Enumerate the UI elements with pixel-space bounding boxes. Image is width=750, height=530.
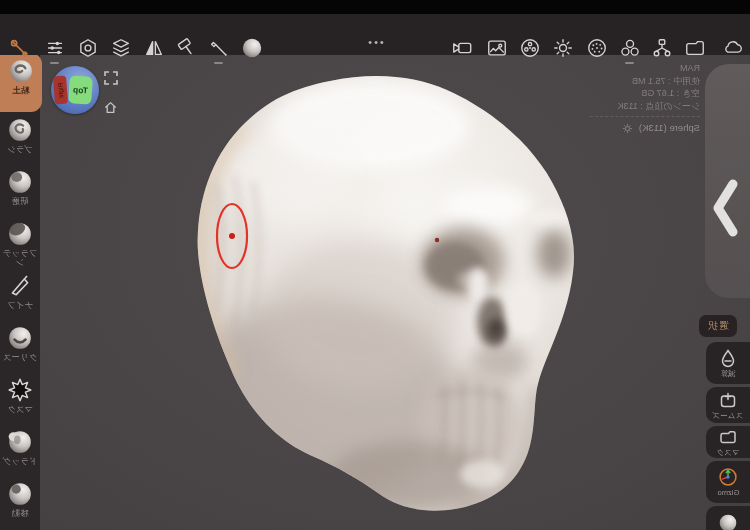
lighting-sun-button[interactable] <box>550 35 576 61</box>
brush-item-crease-sphere[interactable]: クリース <box>0 320 40 372</box>
fullscreen-icon[interactable] <box>103 70 119 86</box>
active-indicator <box>215 62 224 64</box>
brush-label: 粘土 <box>2 86 40 95</box>
dock-label: Gizmo <box>717 488 739 497</box>
brush-item-drag-sphere[interactable]: ドラッグ <box>0 424 40 476</box>
cloud-sync-button[interactable] <box>720 35 746 61</box>
active-indicator <box>51 62 60 64</box>
scene-nodes-button[interactable] <box>649 35 675 61</box>
tools-wrench-button[interactable] <box>6 35 32 61</box>
dock-button-sub-drop[interactable]: 減算 <box>706 342 750 384</box>
brush-label: ドラッグ <box>1 457 39 466</box>
stats-line-free: 空き : 1.67 GB <box>565 87 700 100</box>
layers-button[interactable] <box>108 35 134 61</box>
dock-label: マスク <box>716 448 739 457</box>
brush-label: 移動 <box>1 509 39 518</box>
brush-label: マスク <box>1 405 39 414</box>
brush-item-move-sphere[interactable]: 移動 <box>0 476 40 528</box>
gear-icon[interactable] <box>622 123 633 134</box>
dock-label: スムーズ <box>713 411 744 420</box>
paint-roller-button[interactable] <box>174 35 200 61</box>
dock-button-gizmo-axes[interactable]: Gizmo <box>706 461 750 503</box>
active-indicator <box>626 62 635 64</box>
stats-divider <box>590 116 700 117</box>
folder-files-button[interactable] <box>682 35 708 61</box>
brush-label: クリース <box>1 353 39 362</box>
view-gizmo-ball[interactable]: Top Right <box>51 66 99 114</box>
selection-tab[interactable]: 選択 <box>699 315 737 337</box>
tool-options-drawer-handle[interactable] <box>705 64 750 298</box>
status-bar <box>0 0 750 14</box>
dock-label: 減算 <box>720 369 735 378</box>
stroke-pen-button[interactable] <box>206 35 232 61</box>
scene-object-name: Sphere (113K) <box>639 122 700 135</box>
brush-label: ブラシ <box>1 145 39 154</box>
home-icon[interactable] <box>103 99 119 115</box>
mirrored-stage: ••• RAM 使用中 : 75.1 MB 空き : 1.67 GB シーンの頂… <box>0 0 750 530</box>
brush-item-mask-splat[interactable]: マスク <box>0 372 40 424</box>
brush-item-knife-blade[interactable]: ナイフ <box>0 268 40 320</box>
brush-label: フラッテン <box>1 249 39 267</box>
environment-sphere-button[interactable] <box>584 35 610 61</box>
top-toolbar: ••• <box>0 14 750 55</box>
stats-panel: RAM 使用中 : 75.1 MB 空き : 1.67 GB シーンの頂点 : … <box>565 62 700 135</box>
stats-line-vertices: シーンの頂点 : 113K <box>565 100 700 113</box>
background-image-button[interactable] <box>484 35 510 61</box>
scene-object-row[interactable]: Sphere (113K) <box>565 122 700 135</box>
spheres-group-button[interactable] <box>617 35 643 61</box>
symmetry-mirror-button[interactable] <box>141 35 167 61</box>
view-right-face[interactable]: Right <box>53 76 68 105</box>
dock-button-mask-folder[interactable]: マスク <box>706 426 750 458</box>
camera-video-button[interactable] <box>449 35 475 61</box>
overflow-menu-button[interactable]: ••• <box>360 36 390 48</box>
settings-sliders-button[interactable] <box>42 35 68 61</box>
brush-label: ナイフ <box>1 301 39 310</box>
brush-item-clay-sphere[interactable]: 粘土 <box>0 53 42 112</box>
postprocess-reel-button[interactable] <box>517 35 543 61</box>
brush-item-flatten-sphere[interactable]: フラッテン <box>0 216 40 268</box>
dock-button-smooth-square[interactable]: スムーズ <box>706 387 750 423</box>
view-top-face[interactable]: Top <box>68 75 93 105</box>
chevron-right-icon <box>709 178 743 238</box>
brush-label: 研磨 <box>1 197 39 206</box>
dock-button-material-sphere[interactable] <box>706 506 750 530</box>
brush-item-polish-sphere[interactable]: 研磨 <box>0 164 40 216</box>
quick-dock: 減算スムーズマスクGizmo <box>706 342 750 530</box>
stats-line-used: 使用中 : 75.1 MB <box>565 75 700 88</box>
brush-item-brush-sphere[interactable]: ブラシ <box>0 112 40 164</box>
topology-hexgear-button[interactable] <box>75 35 101 61</box>
material-ball-button[interactable] <box>239 35 265 61</box>
symmetry-point <box>435 238 439 242</box>
app-screen: ••• RAM 使用中 : 75.1 MB 空き : 1.67 GB シーンの頂… <box>0 0 750 530</box>
brush-panel: 粘土ブラシ研磨フラッテンナイフクリースマスクドラッグ移動 <box>0 53 40 530</box>
